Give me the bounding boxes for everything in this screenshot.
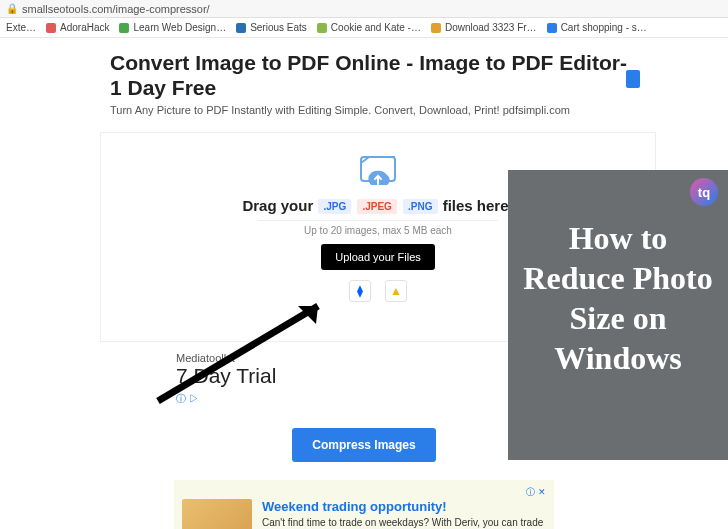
upload-files-button[interactable]: Upload your Files (321, 244, 435, 270)
upload-cloud-icon (351, 151, 405, 191)
dropbox-icon: ⧫ (357, 284, 363, 298)
ad3-thumbnail (182, 499, 252, 529)
bookmark-item[interactable]: Download 3323 Fr… (431, 22, 537, 33)
tq-logo-icon: tq (690, 178, 718, 206)
bookmark-item[interactable]: Learn Web Design… (119, 22, 226, 33)
filetype-chip-jpg: .JPG (318, 199, 351, 214)
google-drive-button[interactable]: ▲ (385, 280, 407, 302)
ad-marker-icon (626, 70, 640, 88)
url-text: smallseotools.com/image-compressor/ (22, 3, 210, 15)
ad3-title: Weekend trading opportunity! (262, 499, 546, 514)
bookmark-item[interactable]: Cookie and Kate -… (317, 22, 421, 33)
bookmark-item[interactable]: Serious Eats (236, 22, 307, 33)
dropbox-button[interactable]: ⧫ (349, 280, 371, 302)
bookmark-item[interactable]: AdoraHack (46, 22, 109, 33)
lock-icon: 🔒 (6, 3, 18, 14)
tutorial-overlay: tq How to Reduce Photo Size on Windows (508, 170, 728, 460)
ad3-line1: Can't find time to trade on weekdays? Wi… (262, 516, 546, 529)
filetype-chip-jpeg: .JPEG (357, 199, 396, 214)
google-drive-icon: ▲ (390, 284, 402, 298)
compress-images-button[interactable]: Compress Images (292, 428, 435, 462)
ad-hero-title: Convert Image to PDF Online - Image to P… (110, 50, 638, 100)
ad-hero[interactable]: Convert Image to PDF Online - Image to P… (100, 44, 648, 124)
ad-hero-desc: Turn Any Picture to PDF Instantly with E… (110, 104, 638, 116)
bookmark-item[interactable]: Exte… (6, 22, 36, 33)
address-bar[interactable]: 🔒 smallseotools.com/image-compressor/ (0, 0, 728, 18)
bookmarks-bar: Exte… AdoraHack Learn Web Design… Seriou… (0, 18, 728, 38)
bookmark-item[interactable]: Cart shopping - s… (547, 22, 647, 33)
overlay-title: How to Reduce Photo Size on Windows (518, 218, 718, 378)
upload-limit-text: Up to 20 images, max 5 MB each (258, 220, 498, 236)
ad-weekend-trading[interactable]: ⓘ ✕ Weekend trading opportunity! Can't f… (174, 480, 554, 529)
filetype-chip-png: .PNG (403, 199, 437, 214)
adchoices-icon: ⓘ ✕ (182, 486, 546, 499)
page-content: Convert Image to PDF Online - Image to P… (0, 44, 728, 529)
